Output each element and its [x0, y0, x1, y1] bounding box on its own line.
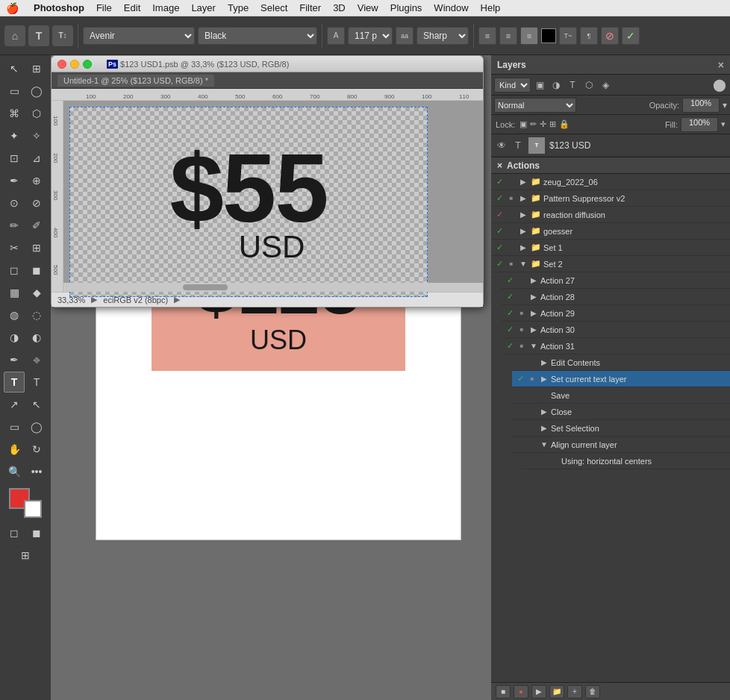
type-mask-tool[interactable]: T [26, 372, 47, 393]
font-style-select[interactable]: Black [198, 27, 317, 45]
action-expand-goesser[interactable]: ▶ [518, 227, 528, 235]
eyedropper-tool[interactable]: ✒ [4, 170, 25, 191]
menu-edit[interactable]: Edit [118, 0, 146, 16]
action-expand-edit-contents[interactable]: ▶ [539, 358, 549, 366]
screen-mode[interactable]: ⊞ [15, 545, 36, 566]
patch-tool[interactable]: ⊘ [26, 193, 47, 213]
pen-tool[interactable]: ✒ [4, 349, 25, 370]
action-item-close[interactable]: ✓ ▶ Close [512, 404, 730, 420]
type-tool-indicator[interactable]: T [28, 25, 49, 46]
action-expand-set1[interactable]: ▶ [518, 243, 528, 251]
action-expand-29[interactable]: ▶ [528, 309, 539, 317]
menu-photoshop[interactable]: Photoshop [28, 0, 90, 16]
action-item-29[interactable]: ✓ ■ ▶ Action 29 [502, 305, 730, 322]
lasso-tool[interactable]: ⌘ [4, 103, 25, 124]
action-item-save[interactable]: ✓ ▶ Save [512, 387, 730, 404]
lock-paint-icon[interactable]: ✏ [530, 119, 537, 129]
menu-filter[interactable]: Filter [293, 0, 327, 16]
align-center-btn[interactable]: ≡ [499, 27, 517, 45]
layer-smart-icon[interactable]: ◈ [598, 78, 613, 93]
scrollbar-horizontal[interactable] [63, 283, 483, 292]
layer-visibility-icon[interactable]: 👁 [496, 140, 508, 151]
menu-layer[interactable]: Layer [185, 0, 222, 16]
action-item-30[interactable]: ✓ ■ ▶ Action 30 [502, 322, 730, 338]
gradient-tool[interactable]: ▦ [4, 282, 25, 303]
action-item-28[interactable]: ✓ ▶ Action 28 [502, 289, 730, 305]
zoom-tool[interactable]: 🔍 [4, 461, 25, 482]
scrollbar-thumb[interactable] [183, 284, 228, 290]
menu-type[interactable]: Type [222, 0, 255, 16]
lock-all-icon[interactable]: 🔒 [559, 119, 570, 129]
polygon-tool[interactable]: ⬡ [26, 103, 47, 124]
delete-action-btn[interactable]: 🗑 [585, 685, 600, 699]
action-expand-pattern[interactable]: ▶ [518, 194, 528, 202]
action-item-goesser[interactable]: ✓ ▶ 📁 goesser [491, 223, 730, 240]
home-button[interactable]: ⌂ [4, 25, 25, 46]
font-family-select[interactable]: Avenir [83, 27, 195, 45]
freeform-pen-tool[interactable]: ⎆ [26, 349, 47, 370]
action-expand-zeug[interactable]: ▶ [518, 178, 528, 186]
magic-wand-tool[interactable]: ✧ [26, 125, 47, 146]
layer-adjust-icon[interactable]: ◑ [549, 78, 564, 93]
char-panel-btn[interactable]: ¶ [580, 27, 598, 45]
move-tool[interactable]: ↖ [4, 58, 25, 79]
fill-value[interactable]: 100% [681, 117, 718, 132]
action-item-align-layer[interactable]: ✓ ▼ Align current layer [512, 437, 730, 453]
action-expand-set2[interactable]: ▼ [518, 260, 528, 268]
action-item-27[interactable]: ✓ ▶ Action 27 [502, 272, 730, 289]
layer-filter-toggle[interactable]: ⬤ [712, 78, 727, 93]
artboard-tool[interactable]: ⊞ [26, 58, 47, 79]
align-left-btn[interactable]: ≡ [478, 27, 496, 45]
layer-pixel-icon[interactable]: ▣ [532, 78, 547, 93]
action-item-pattern[interactable]: ✓ ■ ▶ 📁 Pattern Suppressor v2 [491, 190, 730, 207]
menu-image[interactable]: Image [146, 0, 185, 16]
more-tools[interactable]: ••• [26, 461, 47, 482]
action-item-using-h-centers[interactable]: ✓ ▶ Using: horizontal centers [522, 453, 730, 469]
blur-tool[interactable]: ◍ [4, 304, 25, 325]
minimize-button[interactable] [70, 60, 79, 69]
action-expand-31[interactable]: ▼ [528, 342, 539, 350]
path-select-tool[interactable]: ↗ [4, 394, 25, 415]
lock-artboard-icon[interactable]: ⊞ [549, 119, 556, 129]
stop-action-btn[interactable]: ■ [496, 685, 511, 699]
commit-btn[interactable]: ✓ [622, 27, 640, 45]
text-color-swatch[interactable] [541, 28, 556, 43]
heal-tool[interactable]: ⊙ [4, 193, 25, 213]
play-action-btn[interactable]: ▶ [531, 685, 546, 699]
layer-kind-select[interactable]: Kind [494, 78, 531, 93]
menu-select[interactable]: Select [255, 0, 293, 16]
dodge-tool[interactable]: ◑ [4, 327, 25, 348]
align-right-btn[interactable]: ≡ [520, 27, 538, 45]
blend-mode-select[interactable]: Normal [494, 98, 576, 113]
menu-help[interactable]: Help [475, 0, 507, 16]
burn-tool[interactable]: ◐ [26, 327, 47, 348]
bg-eraser-tool[interactable]: ◼ [26, 260, 47, 281]
quick-mask-mode[interactable]: ◼ [26, 522, 47, 543]
action-expand-close[interactable]: ▶ [539, 407, 549, 416]
lock-position-icon[interactable]: ✛ [540, 119, 546, 129]
new-set-btn[interactable]: 📁 [549, 685, 564, 699]
warp-text-btn[interactable]: T~ [559, 27, 577, 45]
slice-tool[interactable]: ⊿ [26, 148, 47, 169]
color-sampler-tool[interactable]: ⊕ [26, 170, 47, 191]
eraser-tool[interactable]: ◻ [4, 260, 25, 281]
pencil-tool[interactable]: ✐ [26, 215, 47, 236]
standard-mode[interactable]: ◻ [4, 522, 25, 543]
layer-type-icon[interactable]: T [565, 78, 580, 93]
action-item-31[interactable]: ✓ ■ ▼ Action 31 [502, 338, 730, 354]
opacity-value[interactable]: 100% [682, 98, 720, 113]
action-expand-30[interactable]: ▶ [528, 325, 539, 334]
layer-item-0[interactable]: 👁 T T $123 USD [491, 134, 730, 157]
rect-shape-tool[interactable]: ▭ [4, 416, 25, 437]
action-expand-align[interactable]: ▼ [539, 440, 549, 449]
direct-select-tool[interactable]: ↖ [26, 394, 47, 415]
layer-shape-icon[interactable]: ⬡ [581, 78, 596, 93]
background-color[interactable] [24, 500, 42, 518]
maximize-button[interactable] [83, 60, 92, 69]
lock-transparency-icon[interactable]: ▣ [520, 119, 527, 129]
action-expand-set-text[interactable]: ▶ [539, 375, 549, 383]
document-tab[interactable]: Untitled-1 @ 25% ($123 USD, RGB/8) * [57, 75, 214, 87]
menu-view[interactable]: View [352, 0, 384, 16]
record-action-btn[interactable]: ● [514, 685, 528, 699]
brush-tool[interactable]: ✏ [4, 215, 25, 236]
